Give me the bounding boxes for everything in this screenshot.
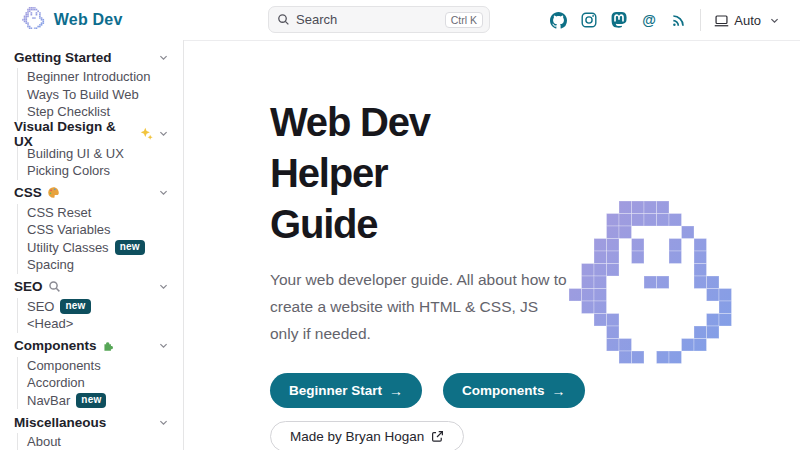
components-label: Components — [462, 383, 545, 398]
sparkles-icon — [140, 127, 153, 140]
sidebar-section: MiscellaneousAboutStyling Methods — [14, 411, 173, 450]
threads-icon[interactable]: @ — [640, 12, 657, 29]
external-link-icon — [431, 430, 444, 443]
search-icon — [277, 13, 290, 26]
sidebar-section: Visual Design & UXBuilding UI & UXPickin… — [14, 123, 173, 180]
chevron-down-icon — [158, 417, 169, 428]
chevron-down-icon — [158, 187, 169, 198]
sidebar-item-label: CSS Reset — [27, 205, 91, 220]
sidebar-item[interactable]: Spacing — [27, 256, 173, 274]
rss-icon[interactable] — [670, 12, 687, 29]
chevron-down-icon — [158, 128, 169, 139]
sidebar-item-label: Components — [27, 358, 101, 373]
sidebar-section-title[interactable]: Getting Started — [14, 46, 173, 68]
sidebar-section-items: CSS ResetCSS VariablesUtility Classesnew… — [17, 204, 173, 274]
sidebar-section-title[interactable]: CSS — [14, 182, 173, 204]
search-shortcut: Ctrl K — [445, 12, 483, 28]
page-title-line: Helper — [270, 148, 800, 199]
sidebar-item-label: NavBar — [27, 393, 70, 408]
sidebar-item-label: Beginner Introduction — [27, 69, 151, 84]
sidebar-section-title[interactable]: SEO — [14, 276, 173, 298]
sidebar-section-label: SEO — [14, 279, 43, 294]
sidebar-section-items: SEOnew<Head> — [17, 298, 173, 333]
sidebar-item-label: Step Checklist — [27, 104, 110, 119]
instagram-icon[interactable] — [580, 12, 597, 29]
sidebar-item[interactable]: Ways To Build Web — [27, 86, 173, 104]
penguin-logo-icon — [22, 7, 46, 33]
sidebar-nav: Getting StartedBeginner IntroductionWays… — [0, 40, 184, 450]
new-badge: new — [60, 299, 90, 314]
sidebar-item-label: Accordion — [27, 375, 85, 390]
sidebar-item[interactable]: About — [27, 433, 173, 450]
search-input[interactable]: Search Ctrl K — [268, 6, 490, 33]
app-header: Web Dev Search Ctrl K @ Auto — [0, 0, 800, 40]
sidebar-item-label: Picking Colors — [27, 163, 110, 178]
sidebar-section-items: AboutStyling Methods — [17, 433, 173, 450]
sidebar-item[interactable]: Picking Colors — [27, 162, 173, 180]
penguin-mascot — [569, 201, 744, 368]
logo[interactable]: Web Dev — [22, 0, 122, 40]
sidebar-section: SEOSEOnew<Head> — [14, 276, 173, 333]
sidebar-section-label: Visual Design & UX — [14, 119, 135, 149]
chevron-down-icon — [158, 52, 169, 63]
sidebar-item[interactable]: NavBarnew — [27, 392, 173, 410]
sidebar-section-label: Getting Started — [14, 50, 112, 65]
site-title: Web Dev — [54, 11, 123, 29]
arrow-right-icon: → — [389, 383, 403, 399]
laptop-icon — [714, 13, 729, 28]
header-divider — [700, 9, 701, 31]
main-content: Web Dev Helper Guide Your web developer … — [184, 40, 800, 450]
magnifier-icon — [48, 280, 61, 293]
sidebar-section: Getting StartedBeginner IntroductionWays… — [14, 46, 173, 121]
hero-tagline: Your web developer guide. All about how … — [270, 266, 570, 347]
theme-switcher[interactable]: Auto — [714, 13, 780, 28]
sidebar-item[interactable]: Accordion — [27, 374, 173, 392]
sidebar-item-label: Spacing — [27, 257, 74, 272]
header-actions: @ Auto — [550, 0, 780, 40]
sidebar-item-label: SEO — [27, 299, 54, 314]
sidebar-item-label: <Head> — [27, 316, 73, 331]
sidebar-item[interactable]: Components — [27, 357, 173, 375]
components-button[interactable]: Components → — [443, 373, 585, 408]
hero-secondary-actions: Made by Bryan Hogan — [270, 421, 800, 450]
sidebar-section-label: Components — [14, 338, 97, 353]
made-by-button[interactable]: Made by Bryan Hogan — [270, 421, 464, 450]
sidebar-item[interactable]: CSS Variables — [27, 221, 173, 239]
sidebar-item[interactable]: Beginner Introduction — [27, 68, 173, 86]
sidebar-item-label: Ways To Build Web — [27, 87, 139, 102]
beginner-start-label: Beginner Start — [289, 383, 382, 398]
hero-actions: Beginner Start → Components → — [270, 373, 800, 408]
beginner-start-button[interactable]: Beginner Start → — [270, 373, 422, 408]
chevron-down-icon — [769, 15, 780, 26]
arrow-right-icon: → — [552, 383, 566, 399]
chevron-down-icon — [158, 340, 169, 351]
made-by-label: Made by Bryan Hogan — [290, 429, 424, 444]
sidebar-item[interactable]: Building UI & UX — [27, 145, 173, 163]
sidebar-section-title[interactable]: Miscellaneous — [14, 411, 173, 433]
sidebar-item-label: About — [27, 434, 61, 449]
sidebar-item[interactable]: CSS Reset — [27, 204, 173, 222]
sidebar-item-label: Utility Classes — [27, 240, 109, 255]
sidebar-section-title[interactable]: Components — [14, 335, 173, 357]
social-links: @ — [550, 12, 687, 29]
sidebar-section-items: Building UI & UXPicking Colors — [17, 145, 173, 180]
chevron-down-icon — [158, 281, 169, 292]
theme-switcher-label: Auto — [734, 13, 761, 28]
mastodon-icon[interactable] — [610, 12, 627, 29]
new-badge: new — [115, 240, 145, 255]
new-badge: new — [76, 393, 106, 408]
sidebar-item[interactable]: SEOnew — [27, 298, 173, 316]
palette-icon — [47, 186, 60, 199]
sidebar-item[interactable]: <Head> — [27, 315, 173, 333]
sidebar-section-label: Miscellaneous — [14, 415, 106, 430]
github-icon[interactable] — [550, 12, 567, 29]
sidebar-section: CSSCSS ResetCSS VariablesUtility Classes… — [14, 182, 173, 274]
sidebar-section-title[interactable]: Visual Design & UX — [14, 123, 173, 145]
svg-text:@: @ — [642, 12, 656, 28]
sidebar-section-items: ComponentsAccordionNavBarnew — [17, 357, 173, 410]
puzzle-icon — [102, 339, 115, 352]
sidebar-item[interactable]: Utility Classesnew — [27, 239, 173, 257]
sidebar-item-label: Building UI & UX — [27, 146, 124, 161]
page-title-line: Web Dev — [270, 97, 800, 148]
sidebar-section: ComponentsComponentsAccordionNavBarnew — [14, 335, 173, 410]
